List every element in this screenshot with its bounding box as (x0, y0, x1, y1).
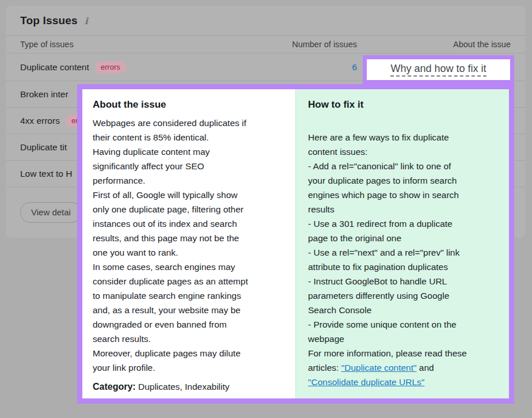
fix-body-intro: Here are a few ways to fix duplicate con… (308, 132, 467, 373)
about-heading: About the issue (93, 99, 285, 111)
about-body-text: Webpages are considered duplicates if th… (93, 116, 285, 375)
fix-body-separator: and (417, 363, 434, 373)
why-how-to-fix-highlight[interactable]: Why and how to fix it (363, 55, 514, 84)
category-label: Category: (93, 382, 136, 392)
issue-label-low-text: Low text to H (20, 169, 72, 179)
about-the-issue-panel: About the issue Webpages are considered … (82, 89, 295, 398)
issue-label-broken-internal: Broken inter (20, 89, 69, 100)
view-details-button[interactable]: View detai (20, 202, 82, 223)
column-header-about: About the issue (357, 40, 511, 49)
fix-body-text: Here are a few ways to fix duplicate con… (308, 116, 500, 389)
category-line: Category: Duplicates, Indexability (93, 382, 285, 392)
duplicate-content-article-link[interactable]: "Duplicate content" (341, 363, 417, 373)
fix-heading: How to fix it (308, 99, 500, 111)
issue-label-duplicate-title: Duplicate tit (20, 142, 67, 153)
table-header-row: Type of issues Number of issues About th… (6, 36, 525, 54)
how-to-fix-panel: How to fix it Here are a few ways to fix… (295, 89, 509, 398)
info-icon[interactable]: i (85, 16, 88, 26)
why-how-to-fix-link[interactable]: Why and how to fix it (390, 63, 486, 77)
issue-info-popover: About the issue Webpages are considered … (77, 84, 514, 404)
issue-label-4xx-errors: 4xx errors (20, 116, 60, 126)
column-header-type: Type of issues (20, 40, 259, 49)
errors-badge: errors (95, 61, 126, 74)
issue-count-link[interactable]: 6 (352, 62, 357, 72)
column-header-number: Number of issues (259, 40, 357, 49)
card-header: Top Issues i (6, 6, 525, 36)
category-value: Duplicates, Indexability (136, 382, 230, 392)
page-title: Top Issues (20, 14, 78, 27)
consolidate-urls-article-link[interactable]: "Consolidate duplicate URLs" (308, 377, 424, 387)
issue-label-duplicate-content: Duplicate content (20, 62, 89, 73)
